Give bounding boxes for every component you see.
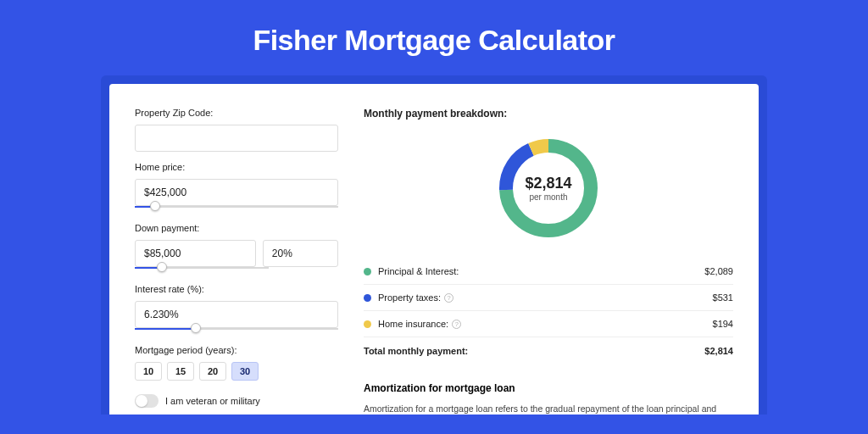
- interest-block: Interest rate (%):: [135, 284, 338, 335]
- breakdown-rows: Principal & Interest:$2,089Property taxe…: [364, 259, 733, 337]
- period-btn-10[interactable]: 10: [135, 362, 162, 381]
- down-payment-label: Down payment:: [135, 223, 338, 233]
- page-title: Fisher Mortgage Calculator: [0, 0, 868, 75]
- legend-dot-icon: [364, 268, 371, 275]
- legend-dot-icon: [364, 294, 371, 302]
- donut-chart: $2,814 per month: [493, 133, 604, 243]
- breakdown-row: Principal & Interest:$2,089: [364, 259, 733, 285]
- down-payment-pct-input[interactable]: [263, 240, 338, 267]
- amortization-heading: Amortization for mortgage loan: [364, 382, 733, 394]
- form-panel: Property Zip Code: Home price: Down paym…: [135, 108, 338, 415]
- veteran-label: I am veteran or military: [165, 396, 260, 406]
- veteran-row: I am veteran or military: [135, 394, 338, 408]
- period-options: 10152030: [135, 362, 338, 381]
- breakdown-panel: Monthly payment breakdown: $2,814 per mo…: [364, 108, 733, 415]
- breakdown-row-value: $531: [713, 292, 733, 303]
- donut-amount: $2,814: [525, 175, 571, 192]
- breakdown-total-value: $2,814: [704, 346, 733, 356]
- breakdown-row: Home insurance:?$194: [364, 311, 733, 337]
- breakdown-row-value: $194: [713, 319, 733, 329]
- card-outer: Property Zip Code: Home price: Down paym…: [101, 75, 767, 415]
- period-block: Mortgage period (years): 10152030: [135, 345, 338, 381]
- zip-label: Property Zip Code:: [135, 108, 338, 118]
- period-btn-30[interactable]: 30: [231, 362, 259, 381]
- donut-sub: per month: [529, 192, 567, 202]
- home-price-label: Home price:: [135, 162, 338, 172]
- breakdown-row: Property taxes:?$531: [364, 285, 733, 311]
- interest-slider[interactable]: [135, 325, 338, 335]
- veteran-toggle[interactable]: [135, 394, 159, 408]
- breakdown-row-label: Property taxes:?: [378, 292, 713, 303]
- amortization-section: Amortization for mortgage loan Amortizat…: [364, 382, 733, 415]
- down-payment-slider-thumb[interactable]: [157, 262, 167, 272]
- legend-dot-icon: [364, 320, 371, 328]
- breakdown-total-row: Total monthly payment: $2,814: [364, 337, 733, 364]
- down-payment-slider[interactable]: [135, 264, 269, 274]
- interest-slider-thumb[interactable]: [191, 323, 201, 333]
- home-price-slider-thumb[interactable]: [150, 201, 160, 211]
- breakdown-row-label: Principal & Interest:: [378, 266, 704, 276]
- period-label: Mortgage period (years):: [135, 345, 338, 355]
- calculator-card: Property Zip Code: Home price: Down paym…: [109, 84, 759, 415]
- down-payment-block: Down payment:: [135, 223, 338, 274]
- zip-block: Property Zip Code:: [135, 108, 338, 152]
- donut-chart-wrap: $2,814 per month: [364, 133, 733, 243]
- home-price-slider[interactable]: [135, 203, 338, 213]
- info-icon[interactable]: ?: [444, 293, 453, 303]
- zip-input[interactable]: [135, 125, 338, 152]
- period-btn-20[interactable]: 20: [199, 362, 226, 381]
- donut-center: $2,814 per month: [493, 133, 604, 243]
- breakdown-row-label: Home insurance:?: [378, 319, 713, 329]
- amortization-body: Amortization for a mortgage loan refers …: [364, 403, 733, 415]
- info-icon[interactable]: ?: [452, 320, 461, 329]
- breakdown-heading: Monthly payment breakdown:: [364, 108, 733, 120]
- toggle-knob: [136, 395, 147, 407]
- interest-label: Interest rate (%):: [135, 284, 338, 294]
- breakdown-total-label: Total monthly payment:: [364, 346, 704, 356]
- home-price-block: Home price:: [135, 162, 338, 213]
- period-btn-15[interactable]: 15: [167, 362, 194, 381]
- breakdown-row-value: $2,089: [704, 266, 733, 276]
